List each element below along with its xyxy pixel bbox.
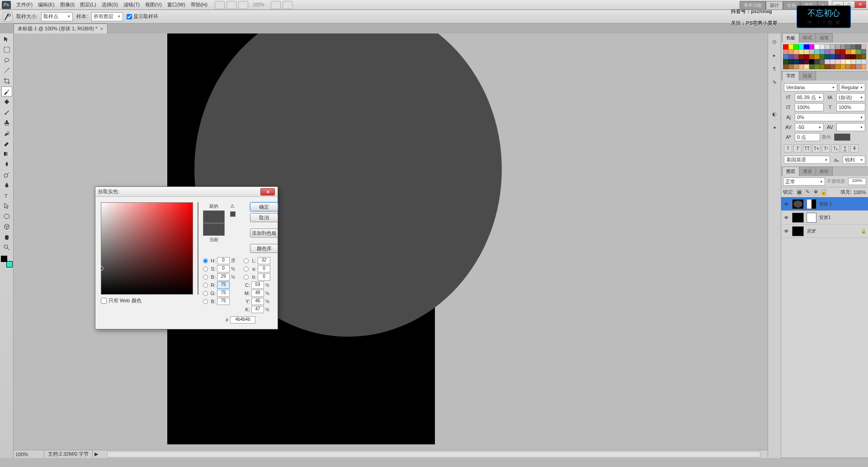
kerning-select[interactable]: 0%▼ [795,113,865,121]
swatch[interactable] [814,54,820,59]
current-tool-icon[interactable] [3,12,13,22]
zoom-tool[interactable] [1,243,12,253]
crop-tool[interactable] [1,76,12,86]
swatch[interactable] [788,49,794,54]
antialias-select[interactable]: 锐利▼ [843,156,865,164]
vector-mask-thumb[interactable] [807,199,816,209]
layer-thumb[interactable] [792,213,804,223]
layer-thumb[interactable] [792,226,804,236]
swatch[interactable] [788,54,794,59]
radio-a[interactable] [244,267,249,272]
swatch[interactable] [840,44,846,49]
tab-paragraph[interactable]: 段落 [799,71,816,81]
swatch[interactable] [799,64,804,69]
arrange-docs-icon[interactable] [271,1,281,9]
tab-brushpresets[interactable]: 画笔 [816,33,833,43]
swatch[interactable] [851,64,856,69]
gamut-warning-icon[interactable]: ⚠ [230,203,236,209]
window-close[interactable]: ✕ [854,1,866,8]
field-bb[interactable]: 75 [217,298,230,305]
swatch[interactable] [814,59,820,64]
font-style-select[interactable]: Regular▼ [839,83,865,91]
radio-b[interactable] [244,275,249,280]
websafe-swatch[interactable] [230,211,236,217]
view-extras-icon[interactable] [238,1,248,9]
small-caps[interactable]: Tᴛ [812,144,821,152]
swatch[interactable] [825,54,830,59]
visibility-icon[interactable]: 👁 [783,229,789,234]
heal-tool[interactable] [1,97,12,107]
tab-channels[interactable]: 通道 [799,167,816,176]
radio-bb[interactable] [203,299,208,304]
swatch[interactable] [835,64,840,69]
vscale-field[interactable]: 100% [795,103,824,111]
swatch[interactable] [814,64,820,69]
sample-size-select[interactable]: 取样点▼ [41,12,73,21]
swatch[interactable] [820,64,825,69]
move-tool[interactable] [1,34,12,44]
swatch[interactable] [825,59,830,64]
swatch[interactable] [835,54,840,59]
vector-mask-thumb[interactable] [807,213,816,223]
swatch[interactable] [861,59,867,64]
field-h[interactable]: 0 [217,257,230,264]
swatch[interactable] [830,54,835,59]
layer-thumb[interactable] [792,199,804,209]
field-c[interactable]: 59 [251,281,264,289]
pen-tool[interactable] [1,180,12,190]
swatch[interactable] [788,44,794,49]
swatch[interactable] [793,59,799,64]
menu-image[interactable]: 图像(I) [57,0,77,9]
baseline-field[interactable]: 0 点 [795,133,820,141]
swatch[interactable] [830,59,835,64]
text-color-swatch[interactable] [834,133,850,141]
swatch[interactable] [793,54,799,59]
hue-slider[interactable] [198,202,198,295]
swatch[interactable] [820,49,825,54]
swatch[interactable] [845,59,851,64]
menu-edit[interactable]: 编辑(E) [35,0,57,9]
field-m[interactable]: 48 [251,290,264,297]
lock-all-icon[interactable]: 🔒 [821,189,827,195]
swatch[interactable] [799,49,804,54]
strikethrough[interactable]: T [850,144,859,152]
radio-r[interactable] [203,283,208,288]
ok-button[interactable]: 确定 [250,202,278,211]
swatch[interactable] [845,54,851,59]
swatch[interactable] [825,49,830,54]
language-select[interactable]: 美国英语▼ [784,156,830,164]
dialog-titlebar[interactable]: 拾取实色: ✕ [95,187,278,197]
field-y[interactable]: 46 [251,298,264,305]
swatch[interactable] [783,64,788,69]
radio-h[interactable] [203,258,208,263]
all-caps[interactable]: TT [803,144,811,152]
layer-name[interactable]: 背景 [807,228,816,234]
swatch[interactable] [851,49,856,54]
menu-filter[interactable]: 滤镜(T) [121,0,142,9]
dialog-close-button[interactable]: ✕ [260,188,275,195]
visibility-icon[interactable]: 👁 [783,215,789,220]
swatch[interactable] [861,49,867,54]
layer-row-bg[interactable]: 👁 背景 🔒 [781,224,868,238]
swatch[interactable] [783,49,788,54]
hscale-field[interactable]: 100% [836,103,865,111]
swatch[interactable] [861,44,867,49]
brush-tool[interactable] [1,107,12,117]
swatch[interactable] [783,59,788,64]
shape-tool[interactable] [1,211,12,221]
layer-row-shape1[interactable]: 👁 形状 1 [781,197,868,211]
eraser-tool[interactable] [1,138,12,148]
info-panel-icon[interactable]: ◐ [770,110,779,119]
lock-position-icon[interactable]: ✥ [812,189,819,195]
foreground-background-swatch[interactable] [1,256,13,267]
current-color-swatch[interactable] [203,223,225,236]
dodge-tool[interactable] [1,170,12,180]
swatch[interactable] [820,44,825,49]
tracking2-select[interactable]: ▼ [836,123,865,131]
swatch[interactable] [840,49,846,54]
marquee-tool[interactable] [1,45,12,55]
swatch[interactable] [820,59,825,64]
swatch[interactable] [799,54,804,59]
radio-g[interactable] [203,291,208,296]
underline[interactable]: T [841,144,849,152]
